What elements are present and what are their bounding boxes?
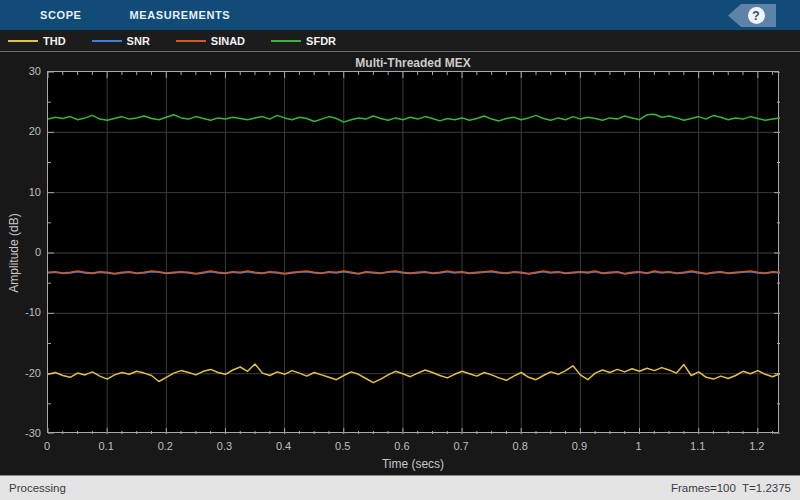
y-axis-label: Amplitude (dB) [7,153,21,353]
legend-item-thd[interactable]: THD [8,35,66,47]
y-tick-label: 10 [29,186,41,198]
scope-window: SCOPE MEASUREMENTS ? THDSNRSINADSFDR Mul… [0,0,800,500]
frames-time-readout: Frames=100 T=1.2375 [671,482,791,494]
y-tick-label: 30 [29,65,41,77]
legend-label: SINAD [211,35,245,47]
help-icon[interactable]: ? [748,7,765,24]
legend-label: SNR [127,35,150,47]
y-tick-label: -30 [25,427,41,439]
x-tick-label: 0.2 [158,440,173,452]
x-tick-label: 0.5 [335,440,350,452]
y-tick-label: 20 [29,125,41,137]
x-tick-label: 1 [635,440,641,452]
legend-swatch-sfdr [271,40,301,42]
status-bar: Processing Frames=100 T=1.2375 [0,475,800,500]
legend-swatch-thd [8,40,38,42]
legend-item-sinad[interactable]: SINAD [176,35,245,47]
figure-area: Multi-Threaded MEX Time (secs) Amplitude… [0,53,800,475]
x-axis-label: Time (secs) [47,457,779,471]
plot-area[interactable] [47,71,779,433]
toolstrip: SCOPE MEASUREMENTS ? [0,0,800,30]
x-tick-label: 0.1 [98,440,113,452]
plot-canvas[interactable] [48,72,780,434]
trace-sfdr [48,114,780,122]
legend-item-snr[interactable]: SNR [92,35,150,47]
legend-label: THD [43,35,66,47]
help-button[interactable]: ? [728,4,776,27]
plot-title: Multi-Threaded MEX [47,56,779,70]
y-tick-label: 0 [35,246,41,258]
tab-scope[interactable]: SCOPE [36,9,86,21]
x-tick-label: 0.3 [217,440,232,452]
y-tick-label: -10 [25,306,41,318]
x-tick-label: 0.4 [276,440,291,452]
x-tick-label: 0 [44,440,50,452]
tab-measurements[interactable]: MEASUREMENTS [126,9,235,21]
legend-item-sfdr[interactable]: SFDR [271,35,336,47]
x-tick-label: 0.8 [513,440,528,452]
legend-swatch-sinad [176,40,206,42]
legend-label: SFDR [306,35,336,47]
x-tick-label: 0.7 [453,440,468,452]
y-tick-label: -20 [25,367,41,379]
x-tick-label: 1.1 [690,440,705,452]
x-tick-label: 0.9 [572,440,587,452]
x-tick-label: 0.6 [394,440,409,452]
legend-swatch-snr [92,40,122,42]
status-message: Processing [9,482,66,494]
x-tick-label: 1.2 [749,440,764,452]
legend-bar: THDSNRSINADSFDR [0,30,800,52]
